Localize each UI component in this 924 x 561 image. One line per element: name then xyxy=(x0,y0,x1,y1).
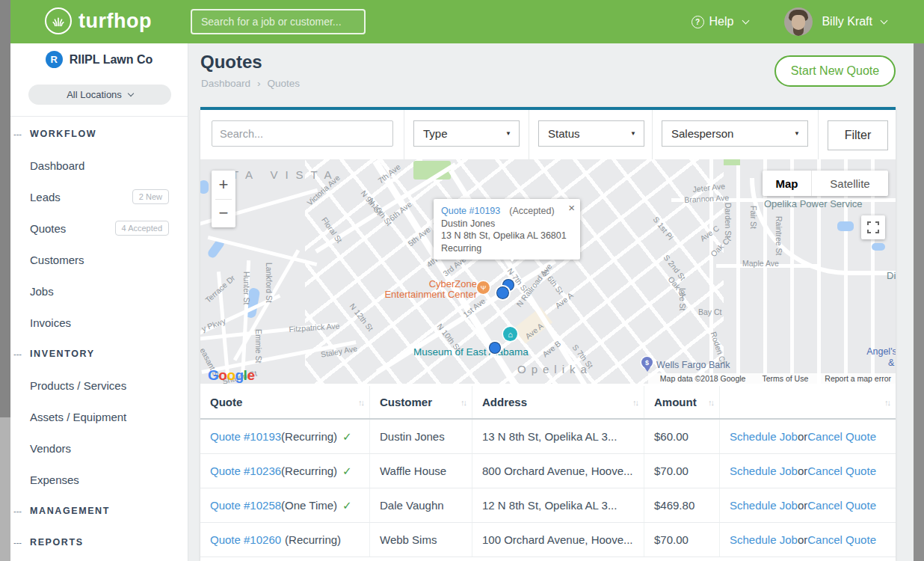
zoom-out-button[interactable]: − xyxy=(212,200,235,228)
quote-map-marker[interactable] xyxy=(496,286,509,299)
sidebar-item-leads[interactable]: Leads 2 New xyxy=(10,181,188,212)
sort-icon[interactable]: ↑↓ xyxy=(632,398,638,407)
close-icon[interactable]: × xyxy=(568,202,575,215)
location-selector[interactable]: All Locations xyxy=(28,85,171,105)
sidebar-item-quotes[interactable]: Quotes 4 Accepted xyxy=(10,212,188,244)
zoom-in-button[interactable]: + xyxy=(212,171,235,199)
dashes-icon: --- xyxy=(13,506,22,515)
filter-divider xyxy=(818,110,819,159)
dollar-icon: $ xyxy=(641,357,653,368)
user-avatar[interactable] xyxy=(784,7,813,36)
select-arrow-icon: ▼ xyxy=(630,130,636,137)
dashes-icon: --- xyxy=(13,129,22,138)
quote-link[interactable]: Quote #10193 xyxy=(210,430,281,443)
customer-cell: Waffle House xyxy=(370,454,472,488)
map-street-label: Lankford St xyxy=(265,263,274,303)
cancel-quote-link[interactable]: Cancel Quote xyxy=(807,430,876,443)
google-letter: g xyxy=(235,367,244,383)
schedule-job-link[interactable]: Schedule Job xyxy=(730,465,798,477)
quote-link[interactable]: Quote #10260 xyxy=(210,533,281,546)
map-street-label: Darden St xyxy=(724,203,733,238)
user-name: Billy Kraft xyxy=(822,15,872,28)
info-window-quote-link[interactable]: Quote #10193 xyxy=(441,206,500,216)
terms-of-use-link[interactable]: Terms of Use xyxy=(762,374,808,383)
breadcrumb-dashboard[interactable]: Dashboard xyxy=(201,78,250,89)
sidebar-item-customers[interactable]: Customers xyxy=(10,244,188,275)
cancel-quote-link[interactable]: Cancel Quote xyxy=(807,465,876,477)
chevron-down-icon xyxy=(742,16,750,24)
google-letter: G xyxy=(208,367,218,383)
quotes-search-input[interactable] xyxy=(212,120,393,147)
sidebar-item-label: Products / Services xyxy=(30,379,169,392)
museum-poi-icon[interactable]: ⌂ xyxy=(503,327,517,341)
filter-divider xyxy=(404,110,404,159)
sort-icon[interactable]: ↑↓ xyxy=(884,398,890,407)
column-label: Amount xyxy=(654,396,697,408)
left-scrollbar-thumb[interactable] xyxy=(0,0,10,417)
quotes-card: Type ▼ Status ▼ Salesperson ▼ Filter xyxy=(200,107,896,561)
sidebar-item-expenses[interactable]: Expenses xyxy=(10,464,188,495)
sort-icon[interactable]: ↑↓ xyxy=(461,398,466,407)
map-data-credit: Map data ©2018 Google xyxy=(660,374,746,383)
cancel-quote-link[interactable]: Cancel Quote xyxy=(807,533,876,546)
table-row: Quote #10258 (One Time) ✓ Dale Vaughn 12… xyxy=(200,488,896,523)
nav-section-management[interactable]: --- MANAGEMENT xyxy=(10,495,188,527)
sidebar-item-vendors[interactable]: Vendors xyxy=(10,432,188,464)
accepted-check-icon: ✓ xyxy=(342,465,352,478)
map-street-label: Lee St xyxy=(678,288,687,310)
sidebar-item-assets-equipment[interactable]: Assets / Equipment xyxy=(10,401,188,432)
brand-logo[interactable]: turfhop xyxy=(45,7,152,34)
sidebar-item-dashboard[interactable]: Dashboard xyxy=(10,150,188,181)
schedule-job-link[interactable]: Schedule Job xyxy=(730,430,798,443)
sidebar-item-label: Dashboard xyxy=(30,159,169,172)
salesperson-select[interactable]: Salesperson ▼ xyxy=(662,120,808,147)
sidebar-item-invoices[interactable]: Invoices xyxy=(10,307,188,338)
map-canvas[interactable]: TA VISTA Opelika N 10th St N 10th St N 1… xyxy=(200,159,896,384)
sidebar: R RIIPL Lawn Co All Locations --- WORKFL… xyxy=(10,43,188,561)
filter-button[interactable]: Filter xyxy=(828,120,888,150)
address-cell: 13 N 8th St, Opelika AL 3... xyxy=(472,420,644,453)
right-scrollbar[interactable] xyxy=(914,43,924,561)
google-letter: e xyxy=(247,367,254,383)
map-street-label: Fair St xyxy=(749,206,758,229)
table-header-row: Quote ↑↓ Customer ↑↓ Address ↑↓ Amount ↑… xyxy=(200,386,896,420)
actions-cell: Schedule Job or Cancel Quote xyxy=(720,454,896,488)
quote-type: (One Time) xyxy=(281,499,337,512)
quote-cell: Quote #10236 (Recurring) ✓ xyxy=(200,454,370,488)
poi-cyberzone-line2: Entertainment Center xyxy=(380,289,477,300)
help-menu[interactable]: ? Help xyxy=(692,15,749,28)
google-logo[interactable]: Google xyxy=(208,367,254,384)
chevron-down-icon[interactable] xyxy=(881,16,888,24)
status-select[interactable]: Status ▼ xyxy=(538,120,644,147)
left-scrollbar[interactable] xyxy=(0,0,10,561)
filter-bar: Type ▼ Status ▼ Salesperson ▼ Filter xyxy=(200,107,896,159)
sidebar-item-jobs[interactable]: Jobs xyxy=(10,275,188,307)
type-select[interactable]: Type ▼ xyxy=(413,120,520,147)
pin-tail xyxy=(644,367,650,372)
start-new-quote-button[interactable]: Start New Quote xyxy=(774,55,896,87)
global-search-input[interactable] xyxy=(191,9,366,34)
main-content: Quotes Dashboard › Quotes Start New Quot… xyxy=(188,43,914,561)
satellite-view-button[interactable]: Satellite xyxy=(812,171,888,196)
quote-link[interactable]: Quote #10236 xyxy=(210,465,281,477)
report-map-error-link[interactable]: Report a map error xyxy=(825,374,891,383)
quote-link[interactable]: Quote #10258 xyxy=(210,499,281,512)
company-header: R RIIPL Lawn Co xyxy=(10,51,188,68)
sort-icon[interactable]: ↑↓ xyxy=(708,398,713,407)
header-right-group: ? Help Billy Kraft xyxy=(692,0,887,43)
sidebar-item-products-services[interactable]: Products / Services xyxy=(10,370,188,401)
sort-icon[interactable]: ↑↓ xyxy=(358,398,363,407)
restaurant-poi-icon[interactable]: Ψ xyxy=(477,281,490,294)
bank-poi-icon[interactable]: $ xyxy=(641,357,653,372)
map-view-button[interactable]: Map xyxy=(763,171,812,196)
nav-section-reports[interactable]: --- REPORTS xyxy=(10,527,188,558)
amount-cell: $70.00 xyxy=(644,454,720,488)
type-select-label: Type xyxy=(423,127,448,140)
quote-map-marker[interactable] xyxy=(489,342,501,354)
map-zoom-control: + − xyxy=(212,171,235,227)
schedule-job-link[interactable]: Schedule Job xyxy=(730,499,798,512)
page-title: Quotes xyxy=(200,52,262,73)
fullscreen-button[interactable] xyxy=(861,215,885,239)
schedule-job-link[interactable]: Schedule Job xyxy=(730,533,798,546)
cancel-quote-link[interactable]: Cancel Quote xyxy=(807,499,876,512)
